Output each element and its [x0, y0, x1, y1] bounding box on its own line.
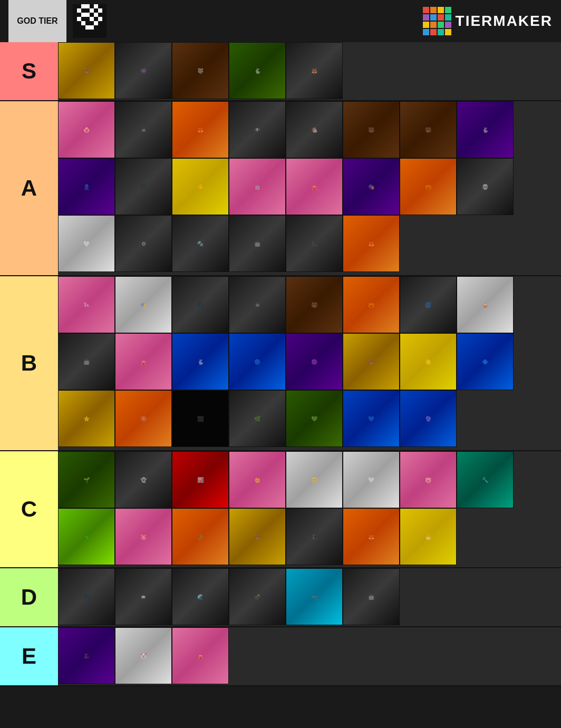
list-item: 😊 — [286, 451, 343, 508]
list-item: ⚙ — [115, 215, 172, 272]
list-item: 🎃 — [400, 158, 457, 215]
list-item: 🎡 — [115, 390, 172, 447]
list-item: 🌊 — [172, 568, 229, 625]
header: GOD TIER — [0, 0, 561, 42]
list-item: 🔷 — [457, 333, 514, 390]
list-item: 💣 — [229, 568, 286, 625]
list-item: 🌑 — [172, 276, 229, 333]
tier-row-b: B 🎠 🎭 🌑 ☠ 🐻 🎃 🌀 🎪 🤖 🎪 🐇 🔵 🟣 🐻 🌟 🔷 ⭐ 🎡 ⬛ — [0, 276, 561, 451]
list-item: 💀 — [457, 158, 514, 215]
d-tier-content: 🌑 🌧 🌊 💣 🎮 🤖 — [58, 568, 561, 626]
list-item: 🐻 — [343, 333, 400, 390]
list-item: 🐊 — [172, 508, 229, 565]
list-item: 🐣 — [400, 508, 457, 565]
list-item: 🦊 — [286, 42, 343, 99]
list-item: ⭐ — [58, 390, 115, 447]
list-item: 🎠 — [58, 276, 115, 333]
list-item: 🔧 — [457, 451, 514, 508]
list-item: 🌀 — [400, 276, 457, 333]
list-item: 🦎 — [58, 508, 115, 565]
list-item: 🔮 — [400, 390, 457, 447]
list-item: 📊 — [172, 451, 229, 508]
list-item: 🎪 — [115, 333, 172, 390]
list-item: 👁 — [229, 101, 286, 158]
list-item: 🌑 — [58, 568, 115, 625]
list-item: 🤡 — [58, 101, 115, 158]
list-item: 🌧 — [115, 568, 172, 625]
list-item: 🐻 — [286, 276, 343, 333]
list-item: 🌿 — [229, 390, 286, 447]
s-tier-label: S — [0, 42, 58, 100]
list-item: 🤖 — [229, 215, 286, 272]
list-item: ⬛ — [172, 390, 229, 447]
list-item: 🎩 — [286, 508, 343, 565]
list-item: 👶 — [229, 451, 286, 508]
list-item: 🐔 — [286, 101, 343, 158]
list-item: 🐹 — [115, 508, 172, 565]
tier-row-c: C 🌱 👻 📊 👶 😊 🤍 🐷 🔧 🦎 🐹 🐊 🐻 🎩 🦊 🐣 — [0, 451, 561, 568]
logo-text: TiERMAKER — [456, 13, 553, 30]
list-item: 🔩 — [172, 215, 229, 272]
list-item: 🦊 — [343, 508, 400, 565]
list-item: 🐻 — [58, 42, 115, 99]
tier-row-a: A 🤡 ☠ 🦊 👁 🐔 🐻 🐻 🐇 👤 🌑 🐥 🤖 🎪 🎭 🎃 💀 🤍 ⚙ � — [0, 101, 561, 276]
list-item: 🟣 — [286, 333, 343, 390]
logo-grid — [423, 7, 451, 35]
list-item: 🎭 — [343, 158, 400, 215]
b-tier-label: B — [0, 276, 58, 450]
list-item: 🔵 — [229, 333, 286, 390]
e-tier-content: 🎩 🤡 🎪 — [58, 627, 561, 685]
list-item: 🦊 — [343, 215, 400, 272]
list-item: 🐻 — [400, 101, 457, 158]
tiermaker-logo: TiERMAKER — [423, 7, 553, 35]
s-tier-content: 🐻 👾 🐺 🐇 🦊 — [58, 42, 561, 100]
list-item: 🐇 — [457, 101, 514, 158]
list-item: 💚 — [286, 390, 343, 447]
list-item: 🐥 — [172, 158, 229, 215]
list-item: 🤖 — [229, 158, 286, 215]
list-item: 📞 — [286, 215, 343, 272]
list-item: 🐇 — [229, 42, 286, 99]
list-item: 🤖 — [58, 333, 115, 390]
a-tier-content: 🤡 ☠ 🦊 👁 🐔 🐻 🐻 🐇 👤 🌑 🐥 🤖 🎪 🎭 🎃 💀 🤍 ⚙ 🔩 🤖 … — [58, 101, 561, 275]
e-tier-label: E — [0, 627, 58, 685]
list-item: 🤍 — [343, 451, 400, 508]
list-item: 🐻 — [343, 101, 400, 158]
list-item: 🐻 — [229, 508, 286, 565]
c-tier-label: C — [0, 451, 58, 567]
list-item: 🤍 — [58, 215, 115, 272]
list-item: 🎭 — [115, 276, 172, 333]
list-item: ☠ — [115, 101, 172, 158]
list-item: 🤖 — [343, 568, 400, 625]
list-item: ☠ — [229, 276, 286, 333]
header-pixel-icon — [73, 4, 107, 38]
list-item: 🎩 — [58, 627, 115, 684]
list-item: 👾 — [115, 42, 172, 99]
list-item: 💙 — [343, 390, 400, 447]
list-item: 🐷 — [400, 451, 457, 508]
list-item: 🤡 — [115, 627, 172, 684]
list-item: 🎪 — [286, 158, 343, 215]
list-item: 🎪 — [172, 627, 229, 684]
tier-row-d: D 🌑 🌧 🌊 💣 🎮 🤖 — [0, 568, 561, 627]
list-item: 🦊 — [172, 101, 229, 158]
d-tier-label: D — [0, 568, 58, 626]
list-item: 🎮 — [286, 568, 343, 625]
list-item: 👤 — [58, 158, 115, 215]
list-item: 🎃 — [343, 276, 400, 333]
tiermaker-container: GOD TIER — [0, 0, 561, 686]
a-tier-label: A — [0, 101, 58, 275]
list-item: 🎪 — [457, 276, 514, 333]
list-item: 🌱 — [58, 451, 115, 508]
list-item: 🌑 — [115, 158, 172, 215]
tier-row-s: S 🐻 👾 🐺 🐇 🦊 — [0, 42, 561, 101]
tier-row-e: E 🎩 🤡 🎪 — [0, 627, 561, 686]
list-item: 🐺 — [172, 42, 229, 99]
list-item: 🐇 — [172, 333, 229, 390]
c-tier-content: 🌱 👻 📊 👶 😊 🤍 🐷 🔧 🦎 🐹 🐊 🐻 🎩 🦊 🐣 — [58, 451, 561, 567]
b-tier-content: 🎠 🎭 🌑 ☠ 🐻 🎃 🌀 🎪 🤖 🎪 🐇 🔵 🟣 🐻 🌟 🔷 ⭐ 🎡 ⬛ 🌿 … — [58, 276, 561, 450]
list-item: 👻 — [115, 451, 172, 508]
list-item: 🌟 — [400, 333, 457, 390]
